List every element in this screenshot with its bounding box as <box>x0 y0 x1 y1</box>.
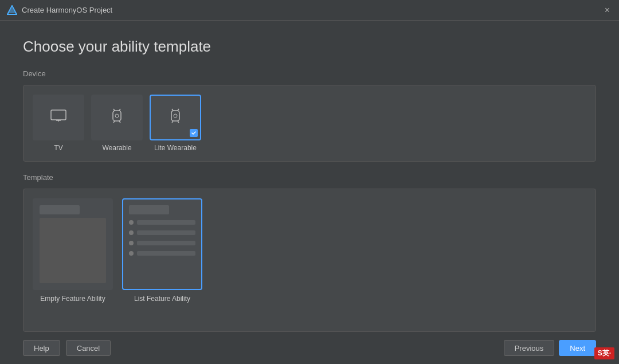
template-list-dot-1 <box>129 220 134 225</box>
svg-rect-11 <box>171 111 179 121</box>
lite-wearable-icon <box>170 108 181 127</box>
svg-line-14 <box>172 121 173 123</box>
device-card-lite-wearable[interactable]: Lite Wearable <box>150 95 201 152</box>
selected-check-badge <box>190 129 198 137</box>
title-bar-left: Create HarmonyOS Project <box>7 5 112 15</box>
title-bar-title: Create HarmonyOS Project <box>22 6 112 14</box>
tv-icon <box>50 109 66 126</box>
device-grid: TV Wearable <box>33 95 586 152</box>
device-card-lite-wearable-box <box>150 95 201 140</box>
svg-line-13 <box>178 109 179 111</box>
svg-line-15 <box>178 121 179 123</box>
template-list-label: List Feature Ability <box>134 295 190 303</box>
device-card-tv-label: TV <box>54 144 62 152</box>
template-list-dot-4 <box>129 251 134 256</box>
template-list-line-1 <box>137 220 195 225</box>
template-section: Empty Feature Ability <box>23 189 596 332</box>
template-empty-header <box>40 205 80 214</box>
template-list-header <box>129 205 169 214</box>
device-card-wearable-label: Wearable <box>102 144 131 152</box>
svg-rect-5 <box>113 111 121 121</box>
svg-line-9 <box>119 121 120 123</box>
device-card-lite-wearable-label: Lite Wearable <box>154 144 197 152</box>
svg-rect-2 <box>51 110 66 120</box>
template-list-line-3 <box>137 241 195 245</box>
template-list-line-4 <box>137 251 195 256</box>
template-list-line-2 <box>137 230 195 235</box>
close-button[interactable]: × <box>602 5 612 16</box>
harmony-logo-icon <box>7 5 17 15</box>
template-list-dot-2 <box>129 230 134 235</box>
template-list-row-3 <box>129 241 195 245</box>
template-empty-inner <box>40 218 106 283</box>
device-card-tv[interactable]: TV <box>33 95 84 152</box>
template-card-empty[interactable]: Empty Feature Ability <box>33 198 113 303</box>
template-empty-label: Empty Feature Ability <box>40 295 105 303</box>
template-list-row-1 <box>129 220 195 225</box>
template-card-empty-box <box>33 198 113 290</box>
next-button[interactable]: Next <box>559 340 596 356</box>
footer-right: Previous Next <box>504 340 596 356</box>
watermark: S英· <box>594 347 614 359</box>
dialog-body: Choose your ability template Device TV <box>0 21 619 364</box>
template-list-dot-3 <box>129 241 134 245</box>
template-list-row-2 <box>129 230 195 235</box>
device-card-tv-box <box>33 95 84 140</box>
template-grid: Empty Feature Ability <box>33 198 586 303</box>
device-section: TV Wearable <box>23 85 596 162</box>
svg-point-16 <box>174 114 177 118</box>
footer-left: Help Cancel <box>23 340 111 356</box>
svg-line-7 <box>119 109 120 111</box>
dialog-heading: Choose your ability template <box>23 38 596 56</box>
svg-line-12 <box>172 109 173 111</box>
template-card-list[interactable]: List Feature Ability <box>122 198 202 303</box>
wearable-icon <box>111 108 123 127</box>
svg-point-10 <box>115 114 119 118</box>
svg-line-6 <box>113 109 115 111</box>
cancel-button[interactable]: Cancel <box>66 340 111 356</box>
device-section-label: Device <box>23 69 596 78</box>
dialog-footer: Help Cancel Previous Next <box>23 332 596 364</box>
device-card-wearable[interactable]: Wearable <box>91 95 143 152</box>
device-card-wearable-box <box>91 95 143 140</box>
template-section-label: Template <box>23 173 596 182</box>
help-button[interactable]: Help <box>23 340 60 356</box>
template-list-row-4 <box>129 251 195 256</box>
title-bar: Create HarmonyOS Project × <box>0 0 619 21</box>
previous-button[interactable]: Previous <box>504 340 555 356</box>
svg-line-8 <box>113 121 115 123</box>
template-card-list-box <box>122 198 202 290</box>
